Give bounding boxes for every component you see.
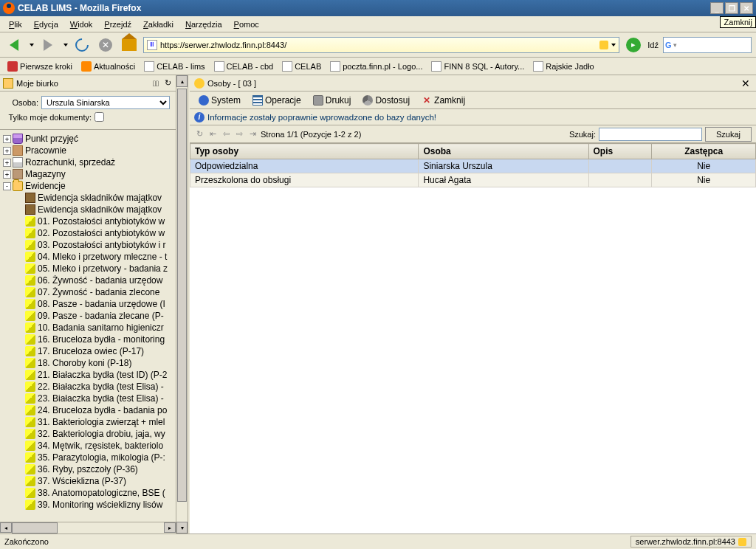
- filter-docs-checkbox[interactable]: [94, 112, 104, 122]
- back-button[interactable]: [4, 35, 24, 55]
- tree-node[interactable]: +Rozrachunki, sprzedaż: [0, 156, 176, 168]
- tree-node[interactable]: 31. Bakteriologia zwierząt + mlel: [0, 416, 176, 428]
- toolbar-dostosuj-button[interactable]: Dostosuj: [358, 94, 414, 107]
- url-input[interactable]: [160, 41, 598, 49]
- sidebar-action-1[interactable]: ✕⃰: [151, 78, 161, 89]
- tree-node[interactable]: Ewidencja składników majątkov: [0, 192, 176, 204]
- toolbar-operacje-button[interactable]: Operacje: [248, 94, 306, 107]
- go-button[interactable]: ▸: [624, 35, 643, 55]
- panel-close-button[interactable]: ✕: [740, 77, 752, 89]
- toolbar-system-button[interactable]: System: [194, 94, 245, 107]
- tree-node[interactable]: -Ewidencje: [0, 180, 176, 192]
- tree-node[interactable]: 21. Białaczka bydła (test ID) (P-2: [0, 369, 176, 381]
- forward-dropdown[interactable]: [63, 44, 68, 46]
- restore-button[interactable]: ❐: [725, 2, 738, 14]
- tree-node[interactable]: 18. Choroby koni (P-18): [0, 357, 176, 369]
- bookmark-item[interactable]: Rajskie Jadło: [530, 60, 597, 73]
- menu-pomoc[interactable]: Pomoc: [228, 18, 265, 30]
- scroll-thumb-v[interactable]: [177, 89, 187, 502]
- tree-label: 34. Mętwik, rzęsistek, bakteriolo: [38, 441, 163, 451]
- scroll-down-button[interactable]: ▾: [176, 522, 188, 534]
- table-row[interactable]: Przeszkolona do obsługiHucał AgataNie: [190, 173, 756, 187]
- tree-node[interactable]: 16. Bruceloza bydła - monitoring: [0, 334, 176, 345]
- bookmark-item[interactable]: CELAB: [279, 60, 324, 73]
- back-dropdown[interactable]: [30, 44, 34, 46]
- tree-expander[interactable]: +: [3, 170, 11, 179]
- bookmark-item[interactable]: Aktualności: [78, 60, 138, 73]
- scroll-left-button[interactable]: ◂: [0, 522, 12, 533]
- next-page-icon[interactable]: ⇨: [234, 129, 244, 139]
- column-header[interactable]: Opis: [588, 144, 652, 159]
- tree-expander[interactable]: +: [3, 147, 11, 155]
- tree-node[interactable]: 09. Pasze - badania zlecane (P-: [0, 310, 176, 322]
- url-bar[interactable]: Ⅲ: [143, 37, 619, 53]
- scroll-thumb-h[interactable]: [12, 522, 58, 534]
- tree-node[interactable]: 10. Badania sanitarno higieniczr: [0, 322, 176, 334]
- sidebar-action-2[interactable]: ↻: [162, 78, 173, 89]
- forward-button[interactable]: [38, 35, 58, 55]
- tree-node[interactable]: +Punkt przyjęć: [0, 133, 176, 145]
- horizontal-scrollbar[interactable]: ◂ ▸: [0, 522, 176, 534]
- menu-plik[interactable]: Plik: [3, 18, 28, 30]
- bookmark-item[interactable]: Pierwsze kroki: [4, 60, 75, 73]
- tree-node[interactable]: 02. Pozostałości antybiotyków w: [0, 227, 176, 239]
- first-page-icon[interactable]: ⇤: [207, 129, 218, 139]
- stop-button[interactable]: ✕: [96, 35, 115, 55]
- menu-zakładki[interactable]: Zakładki: [137, 18, 179, 30]
- tree-node[interactable]: +Magazyny: [0, 168, 176, 180]
- toolbar-drukuj-button[interactable]: Drukuj: [309, 94, 356, 107]
- close-window-button[interactable]: ✕: [740, 2, 753, 14]
- tree-node[interactable]: 22. Białaczka bydła (test Elisa) -: [0, 381, 176, 393]
- tree-node[interactable]: 32. Bakteriologia drobiu, jaja, wy: [0, 428, 176, 440]
- minimize-button[interactable]: _: [710, 2, 724, 14]
- tree-expander[interactable]: +: [3, 159, 11, 167]
- search-input[interactable]: [599, 128, 702, 141]
- tree-node[interactable]: +Pracownie: [0, 145, 176, 156]
- bookmark-item[interactable]: poczta.finn.pl - Logo...: [327, 60, 425, 73]
- url-dropdown[interactable]: [611, 44, 616, 46]
- scroll-right-button[interactable]: ▸: [164, 522, 176, 533]
- column-header[interactable]: Osoba: [419, 144, 588, 159]
- last-page-icon[interactable]: ⇥: [247, 129, 258, 139]
- tree-node[interactable]: 04. Mleko i przetwory mleczne - t: [0, 251, 176, 263]
- bookmark-item[interactable]: FINN 8 SQL - Autory...: [428, 60, 527, 73]
- tree-node[interactable]: 38. Anatomopatologiczne, BSE (: [0, 487, 176, 499]
- tree-node[interactable]: 35. Parazytologia, mikologia (P-:: [0, 452, 176, 463]
- table-row[interactable]: OdpowiedzialnaSiniarska UrszulaNie: [190, 159, 756, 173]
- scroll-up-button[interactable]: ▴: [176, 75, 188, 87]
- menu-edycja[interactable]: Edycja: [28, 18, 64, 30]
- tree-node[interactable]: 24. Bruceloza bydła - badania po: [0, 404, 176, 416]
- menu-widok[interactable]: Widok: [64, 18, 99, 30]
- menu-narzędzia[interactable]: Narzędzia: [179, 18, 228, 30]
- bookmark-item[interactable]: CELAB - lims: [141, 60, 207, 73]
- tree-node[interactable]: 07. Żywność - badania zlecone: [0, 286, 176, 298]
- tree-node[interactable]: 03. Pozostałości antybiotyków i r: [0, 239, 176, 251]
- bookmark-item[interactable]: CELAB - cbd: [211, 60, 277, 73]
- tree-node[interactable]: 08. Pasze - badania urzędowe (I: [0, 298, 176, 310]
- column-header[interactable]: Zastępca: [652, 144, 756, 159]
- tree-node[interactable]: 37. Wścieklizna (P-37): [0, 475, 176, 487]
- tree-node[interactable]: Ewidencja składników majątkov: [0, 204, 176, 215]
- tree-node[interactable]: 34. Mętwik, rzęsistek, bakteriolo: [0, 440, 176, 452]
- search-button[interactable]: Szukaj: [705, 127, 752, 142]
- tree-node[interactable]: 36. Ryby, pszczoły (P-36): [0, 463, 176, 475]
- tree-node[interactable]: 01. Pozostałości antybiotyków w: [0, 215, 176, 227]
- tree-expander[interactable]: +: [3, 135, 11, 143]
- filter-osoba-select[interactable]: Urszula Siniarska: [41, 96, 170, 109]
- vertical-scrollbar[interactable]: ▴ ▾: [176, 75, 188, 534]
- home-button[interactable]: [120, 35, 139, 55]
- tree-node[interactable]: 06. Żywność - badania urzędow: [0, 274, 176, 286]
- toolbar-zamknij-button[interactable]: ✕Zamknij: [417, 94, 470, 107]
- tree-expander[interactable]: -: [3, 182, 11, 190]
- reload-button[interactable]: [72, 35, 92, 55]
- search-bar[interactable]: G ▾: [663, 37, 752, 53]
- prev-page-icon[interactable]: ⇦: [221, 129, 231, 139]
- refresh-pager-icon[interactable]: ↻: [194, 129, 205, 139]
- menu-przejdź[interactable]: Przejdź: [98, 18, 137, 30]
- tree-node[interactable]: 05. Mleko i przetwory - badania z: [0, 263, 176, 274]
- column-header[interactable]: Typ osoby: [190, 144, 419, 159]
- tree-node[interactable]: 23. Białaczka bydła (test Elisa) -: [0, 393, 176, 404]
- tree-node[interactable]: 17. Bruceloza owiec (P-17): [0, 345, 176, 357]
- trunk-icon: [25, 193, 35, 203]
- tree-node[interactable]: 39. Monitoring wścieklizny lisów: [0, 499, 176, 511]
